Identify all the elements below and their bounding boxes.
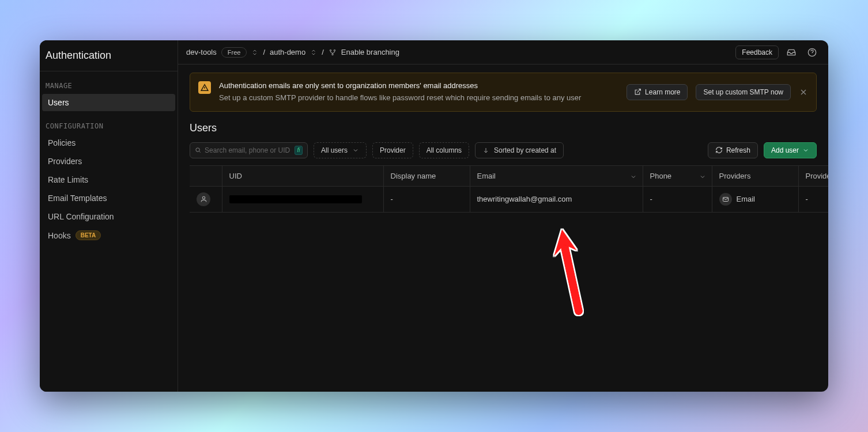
add-user-label: Add user bbox=[771, 146, 799, 154]
col-phone-label: Phone bbox=[650, 172, 672, 180]
app-window: Authentication MANAGE Users CONFIGURATIO… bbox=[40, 40, 828, 392]
sidebar-item-label: Policies bbox=[48, 138, 76, 147]
sidebar-item-users[interactable]: Users bbox=[42, 94, 175, 111]
sidebar-item-label: Providers bbox=[48, 157, 82, 166]
svg-point-1 bbox=[334, 50, 335, 51]
avatar bbox=[197, 192, 210, 206]
breadcrumb-separator: / bbox=[263, 48, 265, 56]
project-name: auth-demo bbox=[270, 48, 305, 56]
col-providers[interactable]: Providers bbox=[712, 166, 798, 187]
chevron-updown-icon bbox=[310, 49, 317, 56]
search-icon bbox=[195, 146, 201, 154]
svg-point-5 bbox=[202, 196, 205, 199]
feedback-button[interactable]: Feedback bbox=[735, 46, 779, 59]
chevron-updown-icon bbox=[251, 49, 258, 56]
sidebar-item-label: Email Templates bbox=[48, 194, 107, 203]
section-label-manage: MANAGE bbox=[40, 71, 178, 93]
svg-point-2 bbox=[332, 54, 333, 55]
beta-badge: BETA bbox=[76, 230, 101, 240]
table-row[interactable]: - thewritingwallah@gmail.com - Email - bbox=[190, 186, 828, 212]
cell-uid bbox=[222, 186, 383, 212]
keyboard-hint: fi bbox=[295, 146, 303, 155]
section-label-configuration: CONFIGURATION bbox=[40, 112, 178, 134]
all-columns-filter[interactable]: All columns bbox=[419, 142, 469, 158]
plan-badge: Free bbox=[221, 47, 247, 58]
search-input-wrap[interactable]: fi bbox=[190, 142, 308, 158]
cell-avatar bbox=[190, 186, 222, 212]
chevron-down-icon bbox=[352, 147, 359, 154]
page-title: Users bbox=[178, 112, 828, 142]
search-input[interactable] bbox=[205, 146, 291, 154]
mail-icon bbox=[722, 196, 729, 203]
main-area: dev-tools Free / auth-demo / Enable bran… bbox=[178, 40, 828, 392]
external-link-icon bbox=[634, 88, 641, 96]
inbox-icon bbox=[787, 48, 796, 57]
provider-filter[interactable]: Provider bbox=[372, 142, 413, 158]
banner-text: Authentication emails are only sent to o… bbox=[219, 80, 618, 104]
table-header-row: UID Display name Email Phone Providers P… bbox=[190, 166, 828, 187]
all-columns-label: All columns bbox=[427, 146, 462, 154]
learn-more-label: Learn more bbox=[645, 88, 680, 96]
sidebar-item-label: Rate Limits bbox=[48, 175, 88, 184]
refresh-icon bbox=[715, 146, 723, 154]
enable-branching-button[interactable]: Enable branching bbox=[329, 48, 399, 56]
sidebar-item-url-configuration[interactable]: URL Configuration bbox=[42, 208, 175, 225]
sidebar-item-email-templates[interactable]: Email Templates bbox=[42, 190, 175, 207]
inbox-button[interactable] bbox=[783, 44, 799, 60]
cell-display-name: - bbox=[383, 186, 470, 212]
user-icon bbox=[200, 195, 207, 203]
smtp-warning-banner: Authentication emails are only sent to o… bbox=[190, 73, 817, 112]
col-email-label: Email bbox=[477, 172, 496, 180]
breadcrumb-separator: / bbox=[322, 48, 324, 56]
arrow-down-icon bbox=[482, 147, 489, 154]
add-user-button[interactable]: Add user bbox=[764, 142, 817, 158]
help-button[interactable] bbox=[804, 44, 820, 60]
project-selector[interactable]: auth-demo bbox=[270, 48, 317, 56]
sidebar-item-label: Users bbox=[48, 98, 69, 107]
org-name: dev-tools bbox=[186, 48, 217, 56]
close-icon[interactable] bbox=[799, 88, 808, 97]
all-users-filter[interactable]: All users bbox=[314, 142, 367, 158]
banner-line2: Set up a custom SMTP provider to handle … bbox=[219, 92, 618, 104]
users-table: UID Display name Email Phone Providers P… bbox=[190, 166, 828, 213]
chevron-down-icon bbox=[802, 147, 809, 154]
email-provider-icon bbox=[719, 193, 732, 206]
provider-label: Provider bbox=[380, 146, 406, 154]
learn-more-button[interactable]: Learn more bbox=[627, 84, 688, 100]
sort-button[interactable]: Sorted by created at bbox=[475, 142, 564, 158]
banner-line1: Authentication emails are only sent to o… bbox=[219, 80, 618, 92]
users-table-wrap: UID Display name Email Phone Providers P… bbox=[190, 165, 828, 213]
provider-label: Email bbox=[737, 195, 756, 203]
col-phone[interactable]: Phone bbox=[643, 166, 712, 187]
warning-icon bbox=[198, 81, 211, 94]
cell-phone: - bbox=[643, 186, 712, 212]
sidebar-item-policies[interactable]: Policies bbox=[42, 134, 175, 151]
col-provider-type[interactable]: Provider ty bbox=[798, 166, 828, 187]
col-uid[interactable]: UID bbox=[222, 166, 383, 187]
col-email[interactable]: Email bbox=[470, 166, 643, 187]
branch-icon bbox=[329, 48, 337, 56]
sidebar: Authentication MANAGE Users CONFIGURATIO… bbox=[40, 40, 178, 392]
cell-providers: Email bbox=[712, 186, 798, 212]
sidebar-item-hooks[interactable]: Hooks BETA bbox=[42, 226, 175, 244]
svg-point-4 bbox=[196, 148, 199, 151]
sidebar-item-providers[interactable]: Providers bbox=[42, 153, 175, 170]
cell-email: thewritingwallah@gmail.com bbox=[470, 186, 643, 212]
help-icon bbox=[807, 48, 817, 57]
col-avatar bbox=[190, 166, 222, 187]
cell-provider-type: - bbox=[798, 186, 828, 212]
svg-point-0 bbox=[330, 50, 331, 51]
org-selector[interactable]: dev-tools Free bbox=[186, 47, 258, 58]
setup-smtp-button[interactable]: Set up custom SMTP now bbox=[696, 84, 791, 100]
all-users-label: All users bbox=[321, 146, 348, 154]
sidebar-item-rate-limits[interactable]: Rate Limits bbox=[42, 171, 175, 188]
refresh-button[interactable]: Refresh bbox=[708, 142, 758, 158]
col-display-name[interactable]: Display name bbox=[383, 166, 470, 187]
refresh-label: Refresh bbox=[726, 146, 750, 154]
users-toolbar: fi All users Provider All columns Sorted… bbox=[178, 142, 828, 165]
sidebar-item-label: Hooks bbox=[48, 231, 71, 240]
sidebar-item-label: URL Configuration bbox=[48, 212, 114, 221]
sort-label: Sorted by created at bbox=[494, 146, 556, 154]
enable-branching-label: Enable branching bbox=[341, 48, 399, 56]
setup-smtp-label: Set up custom SMTP now bbox=[703, 88, 783, 96]
